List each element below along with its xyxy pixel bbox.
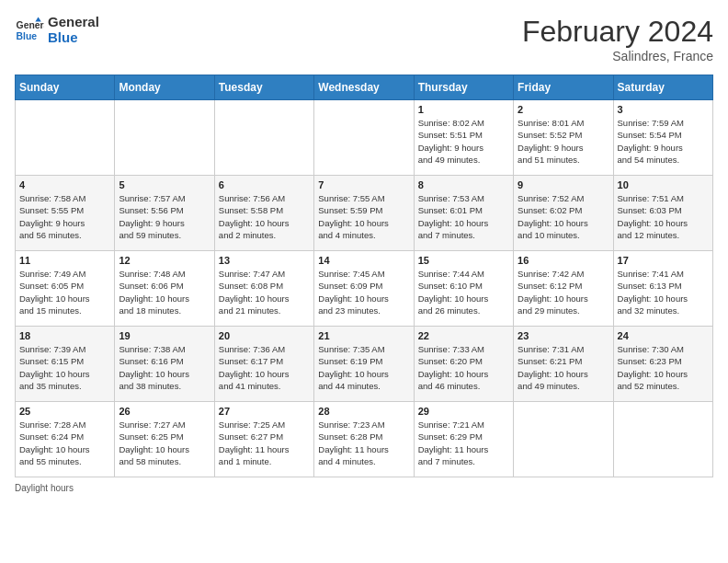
day-info: Sunrise: 7:33 AMSunset: 6:20 PMDaylight:… (418, 343, 509, 392)
day-info: Sunrise: 7:56 AMSunset: 5:58 PMDaylight:… (219, 192, 310, 241)
day-cell: 9Sunrise: 7:52 AMSunset: 6:02 PMDaylight… (514, 176, 613, 251)
day-number: 29 (418, 406, 509, 417)
svg-text:General: General (17, 20, 44, 30)
logo-wordmark: General Blue (48, 15, 99, 45)
day-info: Sunrise: 7:47 AMSunset: 6:08 PMDaylight:… (219, 268, 310, 316)
week-row-2: 4Sunrise: 7:58 AMSunset: 5:55 PMDaylight… (16, 176, 713, 251)
day-cell: 24Sunrise: 7:30 AMSunset: 6:23 PMDayligh… (613, 327, 712, 402)
day-cell: 14Sunrise: 7:45 AMSunset: 6:09 PMDayligh… (314, 251, 414, 327)
day-number: 13 (219, 255, 310, 266)
day-info: Sunrise: 8:02 AMSunset: 5:51 PMDaylight:… (418, 117, 509, 166)
day-cell: 15Sunrise: 7:44 AMSunset: 6:10 PMDayligh… (414, 251, 513, 327)
logo-line1: General (48, 15, 99, 30)
day-info: Sunrise: 7:38 AMSunset: 6:16 PMDaylight:… (119, 343, 210, 392)
day-number: 9 (518, 179, 609, 190)
day-number: 2 (518, 104, 609, 115)
day-number: 21 (318, 330, 409, 341)
day-cell: 16Sunrise: 7:42 AMSunset: 6:12 PMDayligh… (514, 251, 613, 327)
day-number: 5 (119, 179, 210, 190)
day-cell: 10Sunrise: 7:51 AMSunset: 6:03 PMDayligh… (613, 176, 712, 251)
day-number: 19 (119, 330, 210, 341)
day-number: 28 (318, 406, 409, 417)
day-cell: 11Sunrise: 7:49 AMSunset: 6:05 PMDayligh… (16, 251, 115, 327)
footer: Daylight hours (15, 483, 713, 493)
week-row-3: 11Sunrise: 7:49 AMSunset: 6:05 PMDayligh… (16, 251, 713, 327)
day-info: Sunrise: 7:58 AMSunset: 5:55 PMDaylight:… (19, 192, 110, 241)
day-number: 16 (518, 255, 609, 266)
day-info: Sunrise: 7:28 AMSunset: 6:24 PMDaylight:… (19, 419, 110, 467)
day-info: Sunrise: 7:39 AMSunset: 6:15 PMDaylight:… (19, 343, 110, 392)
day-number: 26 (119, 406, 210, 417)
calendar-title: February 2024 (522, 15, 713, 49)
day-info: Sunrise: 7:53 AMSunset: 6:01 PMDaylight:… (418, 192, 509, 241)
day-number: 12 (119, 255, 210, 266)
day-info: Sunrise: 7:57 AMSunset: 5:56 PMDaylight:… (119, 192, 210, 241)
day-cell: 28Sunrise: 7:23 AMSunset: 6:28 PMDayligh… (314, 402, 414, 477)
day-number: 3 (618, 104, 709, 115)
day-number: 25 (19, 406, 110, 417)
day-number: 8 (418, 179, 509, 190)
day-info: Sunrise: 7:27 AMSunset: 6:25 PMDaylight:… (119, 419, 210, 467)
week-row-5: 25Sunrise: 7:28 AMSunset: 6:24 PMDayligh… (16, 402, 713, 477)
day-number: 4 (19, 179, 110, 190)
day-number: 22 (418, 330, 509, 341)
day-info: Sunrise: 7:42 AMSunset: 6:12 PMDaylight:… (518, 268, 609, 316)
day-info: Sunrise: 7:59 AMSunset: 5:54 PMDaylight:… (618, 117, 709, 166)
day-cell: 19Sunrise: 7:38 AMSunset: 6:16 PMDayligh… (115, 327, 214, 402)
day-cell (514, 402, 613, 477)
col-header-wednesday: Wednesday (314, 75, 414, 100)
day-cell: 8Sunrise: 7:53 AMSunset: 6:01 PMDaylight… (414, 176, 513, 251)
day-info: Sunrise: 7:51 AMSunset: 6:03 PMDaylight:… (618, 192, 709, 241)
col-header-sunday: Sunday (16, 75, 115, 100)
day-info: Sunrise: 7:55 AMSunset: 5:59 PMDaylight:… (318, 192, 409, 241)
day-info: Sunrise: 7:21 AMSunset: 6:29 PMDaylight:… (418, 419, 509, 467)
col-header-thursday: Thursday (414, 75, 513, 100)
page-header: General Blue General Blue February 2024 … (15, 15, 713, 63)
day-cell: 1Sunrise: 8:02 AMSunset: 5:51 PMDaylight… (414, 100, 513, 176)
day-number: 7 (318, 179, 409, 190)
week-row-4: 18Sunrise: 7:39 AMSunset: 6:15 PMDayligh… (16, 327, 713, 402)
day-cell: 26Sunrise: 7:27 AMSunset: 6:25 PMDayligh… (115, 402, 214, 477)
day-cell: 27Sunrise: 7:25 AMSunset: 6:27 PMDayligh… (214, 402, 313, 477)
day-number: 27 (219, 406, 310, 417)
day-info: Sunrise: 7:35 AMSunset: 6:19 PMDaylight:… (318, 343, 409, 392)
day-info: Sunrise: 7:23 AMSunset: 6:28 PMDaylight:… (318, 419, 409, 467)
day-cell: 3Sunrise: 7:59 AMSunset: 5:54 PMDaylight… (613, 100, 712, 176)
logo-icon: General Blue (15, 16, 44, 45)
col-header-monday: Monday (115, 75, 214, 100)
day-cell: 17Sunrise: 7:41 AMSunset: 6:13 PMDayligh… (613, 251, 712, 327)
day-number: 10 (618, 179, 709, 190)
day-cell: 18Sunrise: 7:39 AMSunset: 6:15 PMDayligh… (16, 327, 115, 402)
day-info: Sunrise: 7:52 AMSunset: 6:02 PMDaylight:… (518, 192, 609, 241)
day-info: Sunrise: 7:41 AMSunset: 6:13 PMDaylight:… (618, 268, 709, 316)
logo: General Blue General Blue (15, 15, 99, 45)
day-info: Sunrise: 7:45 AMSunset: 6:09 PMDaylight:… (318, 268, 409, 316)
day-cell: 12Sunrise: 7:48 AMSunset: 6:06 PMDayligh… (115, 251, 214, 327)
daylight-label: Daylight hours (15, 483, 74, 493)
day-info: Sunrise: 7:30 AMSunset: 6:23 PMDaylight:… (618, 343, 709, 392)
calendar-table: SundayMondayTuesdayWednesdayThursdayFrid… (15, 75, 713, 477)
day-cell: 2Sunrise: 8:01 AMSunset: 5:52 PMDaylight… (514, 100, 613, 176)
day-cell: 23Sunrise: 7:31 AMSunset: 6:21 PMDayligh… (514, 327, 613, 402)
svg-marker-2 (35, 17, 40, 21)
day-number: 24 (618, 330, 709, 341)
day-cell: 29Sunrise: 7:21 AMSunset: 6:29 PMDayligh… (414, 402, 513, 477)
header-row: SundayMondayTuesdayWednesdayThursdayFrid… (16, 75, 713, 100)
day-info: Sunrise: 7:48 AMSunset: 6:06 PMDaylight:… (119, 268, 210, 316)
day-info: Sunrise: 7:49 AMSunset: 6:05 PMDaylight:… (19, 268, 110, 316)
day-cell: 20Sunrise: 7:36 AMSunset: 6:17 PMDayligh… (214, 327, 313, 402)
day-cell: 25Sunrise: 7:28 AMSunset: 6:24 PMDayligh… (16, 402, 115, 477)
day-number: 11 (19, 255, 110, 266)
day-info: Sunrise: 7:31 AMSunset: 6:21 PMDaylight:… (518, 343, 609, 392)
day-info: Sunrise: 7:36 AMSunset: 6:17 PMDaylight:… (219, 343, 310, 392)
day-number: 14 (318, 255, 409, 266)
week-row-1: 1Sunrise: 8:02 AMSunset: 5:51 PMDaylight… (16, 100, 713, 176)
calendar-location: Salindres, France (522, 49, 713, 63)
day-cell: 4Sunrise: 7:58 AMSunset: 5:55 PMDaylight… (16, 176, 115, 251)
day-cell (314, 100, 414, 176)
svg-text:Blue: Blue (17, 30, 38, 40)
day-cell (115, 100, 214, 176)
day-cell: 6Sunrise: 7:56 AMSunset: 5:58 PMDaylight… (214, 176, 313, 251)
day-number: 1 (418, 104, 509, 115)
col-header-friday: Friday (514, 75, 613, 100)
